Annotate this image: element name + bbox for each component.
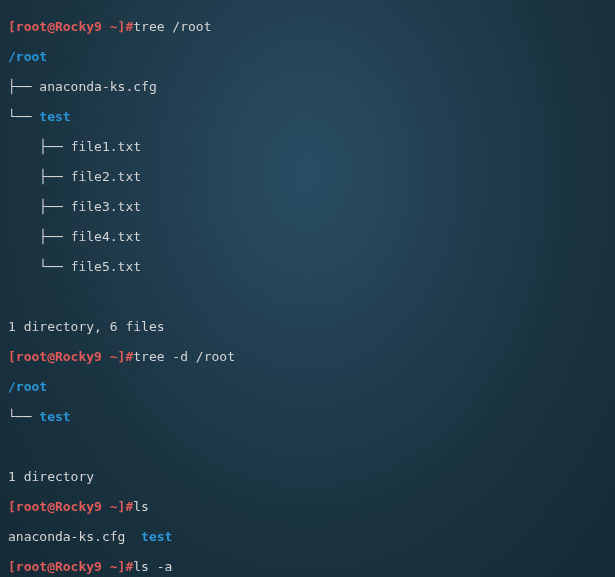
tree-summary: 1 directory — [8, 469, 607, 484]
branch-icon: └── — [8, 409, 31, 424]
prompt: [root@Rocky9 ~]# — [8, 19, 133, 34]
tree-line: ├── file1.txt — [8, 139, 607, 154]
cmd-tree-d: tree -d /root — [133, 349, 235, 364]
tree-line: └── test — [8, 409, 607, 424]
path-root: /root — [8, 49, 607, 64]
tree-line: ├── file2.txt — [8, 169, 607, 184]
cmd-ls: ls — [133, 499, 149, 514]
prompt: [root@Rocky9 ~]# — [8, 499, 133, 514]
terminal[interactable]: [root@Rocky9 ~]#tree /root /root ├── ana… — [0, 0, 615, 577]
cmd-tree: tree /root — [133, 19, 211, 34]
tree-file: file5.txt — [71, 259, 141, 274]
ls-output: anaconda-ks.cfg test — [8, 529, 607, 544]
branch-icon: ├── — [39, 229, 62, 244]
tree-line: └── file5.txt — [8, 259, 607, 274]
branch-icon: └── — [8, 109, 31, 124]
blank — [8, 289, 607, 304]
cmd-ls-a: ls -a — [133, 559, 172, 574]
tree-file: anaconda-ks.cfg — [39, 79, 156, 94]
tree-dir: test — [39, 109, 70, 124]
tree-dir: test — [39, 409, 70, 424]
ls-dir: test — [141, 529, 172, 544]
prompt: [root@Rocky9 ~]# — [8, 559, 133, 574]
tree-file: file1.txt — [71, 139, 141, 154]
line: [root@Rocky9 ~]#tree -d /root — [8, 349, 607, 364]
tree-line: ├── anaconda-ks.cfg — [8, 79, 607, 94]
line: [root@Rocky9 ~]#ls — [8, 499, 607, 514]
tree-file: file3.txt — [71, 199, 141, 214]
ls-file: anaconda-ks.cfg — [8, 529, 125, 544]
blank — [8, 439, 607, 454]
tree-line: ├── file3.txt — [8, 199, 607, 214]
line: [root@Rocky9 ~]#ls -a — [8, 559, 607, 574]
line: [root@Rocky9 ~]#tree /root — [8, 19, 607, 34]
tree-file: file2.txt — [71, 169, 141, 184]
path-root: /root — [8, 379, 607, 394]
branch-icon: ├── — [39, 169, 62, 184]
branch-icon: └── — [39, 259, 62, 274]
tree-line: └── test — [8, 109, 607, 124]
branch-icon: ├── — [8, 79, 31, 94]
branch-icon: ├── — [39, 199, 62, 214]
tree-summary: 1 directory, 6 files — [8, 319, 607, 334]
prompt: [root@Rocky9 ~]# — [8, 349, 133, 364]
tree-line: ├── file4.txt — [8, 229, 607, 244]
branch-icon: ├── — [39, 139, 62, 154]
tree-file: file4.txt — [71, 229, 141, 244]
